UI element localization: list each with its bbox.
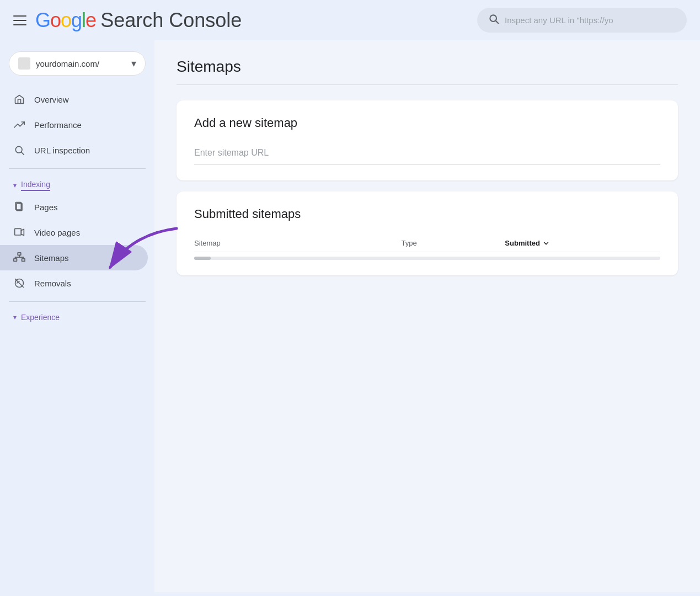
add-sitemap-title: Add a new sitemap <box>194 116 660 130</box>
experience-arrow-icon: ▾ <box>13 313 17 321</box>
col-sitemap-header: Sitemap <box>194 239 402 247</box>
domain-favicon <box>18 57 30 70</box>
logo-google-text: Google <box>35 9 96 32</box>
sidebar-divider-2 <box>9 301 146 302</box>
g-red2: e <box>86 9 96 31</box>
svg-rect-6 <box>15 228 22 235</box>
sidebar-item-performance-label: Performance <box>34 120 82 130</box>
experience-label-text: Experience <box>21 313 60 322</box>
sidebar-item-sitemaps-label: Sitemaps <box>34 253 69 263</box>
sidebar-item-removals-label: Removals <box>34 279 71 288</box>
sidebar-item-url-inspection[interactable]: URL inspection <box>0 137 148 163</box>
svg-marker-7 <box>21 229 24 236</box>
search-bar[interactable]: Inspect any URL in "https://yo <box>477 8 687 33</box>
page-title: Sitemaps <box>177 58 678 76</box>
sidebar-item-overview-label: Overview <box>34 95 69 104</box>
add-sitemap-card: Add a new sitemap <box>177 100 678 180</box>
header: Google Search Console Inspect any URL in… <box>0 0 700 40</box>
menu-button[interactable] <box>13 15 26 25</box>
sort-icon <box>542 240 550 247</box>
chevron-down-icon: ▾ <box>131 57 136 70</box>
trending-up-icon <box>13 119 25 131</box>
sidebar-item-sitemaps[interactable]: Sitemaps <box>0 245 148 270</box>
sidebar-item-pages[interactable]: Pages <box>0 194 148 220</box>
col-submitted-header: Submitted <box>505 239 660 247</box>
removals-icon <box>13 277 25 289</box>
g-blue: G <box>35 9 50 31</box>
video-icon <box>13 226 25 238</box>
domain-text: yourdomain.com/ <box>36 59 126 68</box>
scroll-thumb <box>194 257 211 260</box>
pages-icon <box>13 201 25 213</box>
svg-line-3 <box>22 152 24 155</box>
sidebar-divider <box>9 168 146 169</box>
submitted-sitemaps-title: Submitted sitemaps <box>194 207 660 221</box>
g-blue2: g <box>71 9 82 31</box>
sidebar-item-url-inspection-label: URL inspection <box>34 146 90 155</box>
url-search-icon <box>13 144 25 156</box>
search-placeholder-text: Inspect any URL in "https://yo <box>505 15 613 25</box>
sidebar-item-performance[interactable]: Performance <box>0 112 148 137</box>
logo: Google Search Console <box>35 9 242 32</box>
home-icon <box>13 93 25 105</box>
experience-section-label[interactable]: ▾ Experience <box>0 307 154 325</box>
submitted-label: Submitted <box>505 239 540 247</box>
indexing-arrow-icon: ▾ <box>13 182 17 189</box>
g-red: o <box>50 9 61 31</box>
sidebar-item-removals[interactable]: Removals <box>0 270 148 296</box>
sidebar-item-overview[interactable]: Overview <box>0 87 148 112</box>
indexing-section-label[interactable]: ▾ Indexing <box>0 174 154 194</box>
logo-sc-text: Search Console <box>100 9 242 32</box>
sitemap-icon <box>13 252 25 264</box>
sidebar: yourdomain.com/ ▾ Overview Performance <box>0 40 154 592</box>
layout: yourdomain.com/ ▾ Overview Performance <box>0 40 700 592</box>
sidebar-item-video-pages[interactable]: Video pages <box>0 220 148 245</box>
domain-selector[interactable]: yourdomain.com/ ▾ <box>9 51 146 76</box>
svg-line-1 <box>496 21 499 24</box>
g-yellow: o <box>61 9 71 31</box>
sitemap-url-input[interactable] <box>194 141 660 165</box>
title-divider <box>177 84 678 85</box>
table-header: Sitemap Type Submitted <box>194 235 660 252</box>
col-type-header: Type <box>402 239 505 247</box>
main-content: Sitemaps Add a new sitemap Submitted sit… <box>154 40 700 592</box>
sidebar-item-pages-label: Pages <box>34 203 58 212</box>
sidebar-item-video-pages-label: Video pages <box>34 228 80 237</box>
search-icon <box>488 13 499 27</box>
table-scroll-indicator[interactable] <box>194 257 660 260</box>
indexing-label-text: Indexing <box>21 180 50 191</box>
submitted-sitemaps-card: Submitted sitemaps Sitemap Type Submitte… <box>177 191 678 275</box>
